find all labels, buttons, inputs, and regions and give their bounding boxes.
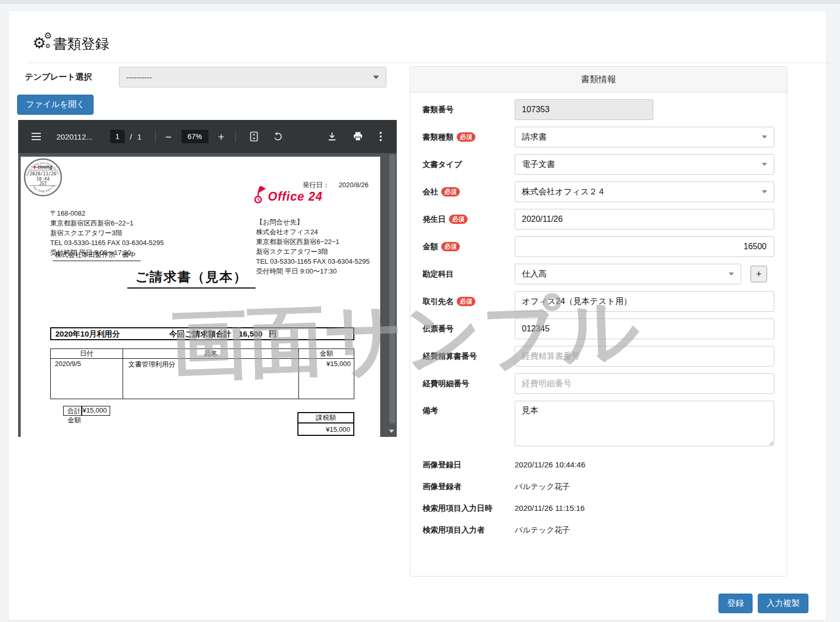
- company-select[interactable]: 株式会社オフィス２４: [515, 181, 774, 202]
- duplicate-input-button[interactable]: 入力複製: [758, 594, 808, 613]
- remarks-label: 備考: [423, 401, 515, 416]
- download-icon[interactable]: [325, 130, 339, 143]
- meta-image-reg-date: 画像登録日 2020/11/26 10:44:46: [423, 460, 774, 470]
- invoice-title-wrap: ご請求書（見本）: [21, 268, 362, 289]
- doc-type-label: 文書タイプ: [423, 160, 515, 170]
- occur-date-input[interactable]: [515, 209, 774, 230]
- col-header-date: 日付: [51, 349, 123, 359]
- occur-date-label: 発生日: [423, 215, 446, 224]
- invoice-summary-box: 2020年10月利用分 今回ご請求額合計 16,500 円: [50, 327, 354, 340]
- required-badge: 必須: [441, 187, 460, 196]
- more-options-icon[interactable]: [374, 130, 387, 143]
- fit-to-page-icon[interactable]: [247, 130, 261, 143]
- print-icon[interactable]: [351, 130, 365, 143]
- amount-label: 金額: [423, 242, 438, 252]
- account-label: 勘定科目: [423, 269, 515, 279]
- invoice-title: ご請求書（見本）: [127, 268, 256, 289]
- doc-kind-select[interactable]: 請求書: [515, 127, 774, 147]
- office24-logo-text: Office 24: [268, 190, 323, 204]
- recipient-name: 株式会社本田製作所 御中: [53, 250, 141, 261]
- pdf-viewer: 2020112... 1 / 1 − 67% +: [18, 120, 397, 437]
- office24-logo-icon: [253, 185, 267, 204]
- expense-detail-number-label: 経費明細番号: [423, 379, 515, 389]
- pdf-filename: 2020112...: [56, 132, 99, 141]
- scroll-down-icon[interactable]: [389, 430, 394, 433]
- field-occur-date: 発生日 必須: [423, 209, 774, 230]
- zoom-level-input[interactable]: 67%: [182, 130, 208, 143]
- tax-header: 課税額: [298, 413, 354, 423]
- pdf-scrollbar-thumb[interactable]: [389, 155, 395, 423]
- toolbar-separator: [155, 131, 156, 142]
- slip-number-label: 伝票番号: [423, 324, 515, 334]
- field-account: 勘定科目 仕入高 +: [423, 264, 774, 284]
- stamp-date: 2020/11/26: [29, 171, 56, 176]
- table-row: 2020/9/5 文書管理利用分 ¥15,000: [51, 359, 354, 399]
- field-slip-number: 伝票番号: [423, 318, 774, 339]
- pdf-toolbar: 2020112... 1 / 1 − 67% +: [18, 120, 397, 153]
- contact-block: 【お問合せ先】 株式会社オフィス24 東京都新宿区西新宿6−22−1 新宿スクエ…: [256, 217, 370, 276]
- timestamp-seal: Amano Digital Time Stamp Service Time St…: [23, 158, 63, 197]
- field-company: 会社 必須 株式会社オフィス２４: [423, 181, 774, 202]
- pdf-canvas[interactable]: Amano Digital Time Stamp Service Time St…: [18, 153, 397, 437]
- gears-icon: ⚙ ⚙ ⚙: [33, 32, 55, 54]
- document-info-panel: 書類情報 書類番号 書類種類 必須 請求書 文書タイプ: [410, 66, 787, 577]
- table-total-row: 合計金額 ¥15,000: [63, 406, 111, 416]
- billing-period: 2020年10月利用分: [55, 329, 120, 339]
- required-badge: 必須: [457, 132, 475, 142]
- field-vendor: 取引先名 必須: [423, 291, 774, 312]
- stamp-time: 10:44: [36, 176, 50, 181]
- remarks-textarea[interactable]: 見本: [515, 401, 774, 446]
- required-badge: 必須: [441, 242, 460, 251]
- template-select-value: ----------: [126, 73, 152, 82]
- pdf-page: Amano Digital Time Stamp Service Time St…: [21, 157, 380, 437]
- amount-input[interactable]: [515, 236, 774, 257]
- doc-kind-label: 書類種類: [423, 132, 454, 142]
- zoom-out-icon[interactable]: −: [162, 130, 175, 143]
- zoom-in-icon[interactable]: +: [215, 130, 228, 143]
- chevron-down-icon: [729, 272, 734, 276]
- vendor-label: 取引先名: [423, 297, 454, 307]
- col-header-amount: 金額: [299, 349, 354, 359]
- required-badge: 必須: [457, 297, 475, 306]
- field-doc-number: 書類番号: [423, 99, 774, 120]
- menu-icon[interactable]: [29, 130, 43, 143]
- account-select[interactable]: 仕入高: [515, 264, 741, 284]
- slip-number-input[interactable]: [515, 318, 774, 339]
- rotate-icon[interactable]: [271, 130, 284, 143]
- chevron-down-icon: [373, 75, 379, 79]
- register-button[interactable]: 登録: [718, 594, 753, 613]
- contact-title: 【お問合せ先】: [256, 217, 370, 227]
- page-number-input[interactable]: 1: [110, 130, 125, 143]
- field-amount: 金額 必須: [423, 236, 774, 257]
- vendor-input[interactable]: [515, 291, 774, 312]
- office24-logo: Office 24: [253, 185, 323, 204]
- chevron-down-icon: [762, 190, 767, 193]
- page-title: 書類登録: [53, 35, 109, 53]
- header-divider: [27, 63, 830, 63]
- expense-report-number-input[interactable]: [515, 346, 774, 367]
- doc-number-input[interactable]: [515, 99, 653, 120]
- billing-total: 今回ご請求額合計 16,500 円: [169, 329, 277, 339]
- stamp-zone: JST: [39, 181, 47, 186]
- field-doc-kind: 書類種類 必須 請求書: [423, 127, 774, 147]
- expense-detail-number-input[interactable]: [515, 373, 774, 394]
- doc-type-select[interactable]: 電子文書: [515, 154, 774, 175]
- chevron-down-icon: [762, 135, 767, 139]
- field-expense-detail-number: 経費明細番号: [423, 373, 774, 394]
- template-select[interactable]: ----------: [119, 67, 386, 87]
- tax-table: 課税額 ¥15,000: [297, 412, 354, 436]
- col-header-item: 品名: [123, 349, 298, 359]
- top-strip: [0, 0, 840, 4]
- svg-text:e-timing: e-timing: [34, 164, 53, 170]
- meta-image-reg-user: 画像登録者 バルテック花子: [423, 482, 774, 492]
- invoice-detail-table: 日付 品名 金額 2020/9/5 文書管理利用分 ¥15,000 合計金額 ¥…: [50, 348, 354, 416]
- action-buttons: 登録 入力複製: [718, 594, 808, 613]
- field-remarks: 備考 見本: [423, 401, 774, 448]
- add-account-button[interactable]: +: [751, 266, 767, 282]
- page-total: 1: [137, 132, 141, 141]
- open-file-button[interactable]: ファイルを開く: [17, 95, 94, 115]
- doc-number-label: 書類番号: [423, 105, 515, 115]
- chevron-down-icon: [762, 163, 767, 166]
- toolbar-separator: [235, 131, 236, 142]
- template-select-label: テンプレート選択: [25, 72, 92, 83]
